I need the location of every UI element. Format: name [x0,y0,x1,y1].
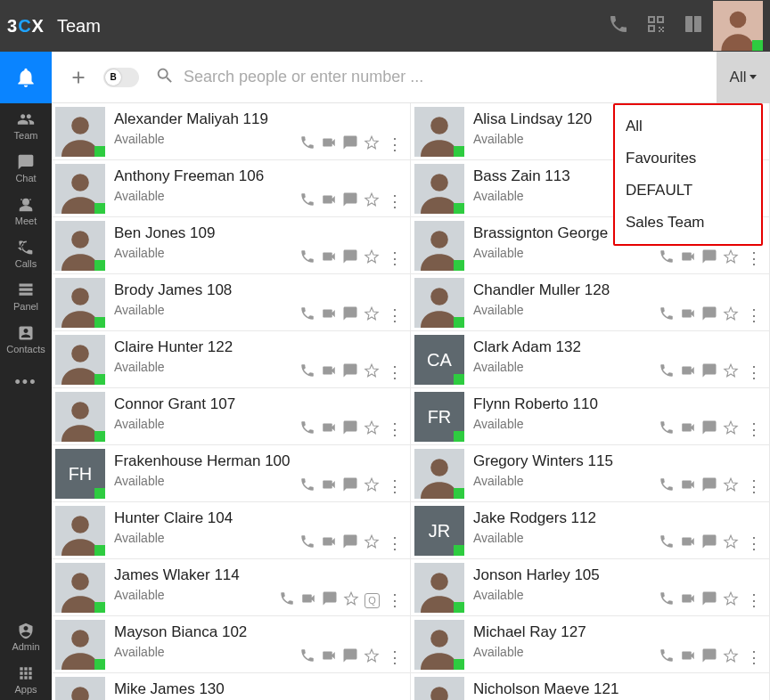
call-icon[interactable] [299,362,315,382]
video-icon[interactable] [680,590,696,610]
star-icon[interactable] [364,248,380,268]
more-icon[interactable]: ⋮ [385,592,405,608]
video-icon[interactable] [321,533,337,553]
rail-panel[interactable]: Panel [0,276,52,317]
more-icon[interactable]: ⋮ [385,136,405,152]
call-icon[interactable] [299,305,315,325]
video-icon[interactable] [321,419,337,439]
video-icon[interactable] [680,362,696,382]
star-icon[interactable] [723,419,739,439]
dropdown-item[interactable]: Sales Team [615,207,761,239]
chat-icon[interactable] [701,647,717,667]
dropdown-item[interactable]: DEFAULT [615,175,761,207]
more-icon[interactable]: ⋮ [385,421,405,437]
contact-row[interactable]: JRJake Rodgers 112Available ⋮ [411,502,770,559]
contact-row[interactable]: Hunter Claire 104Available ⋮ [52,502,411,559]
star-icon[interactable] [364,134,380,154]
call-icon[interactable] [659,533,675,553]
video-icon[interactable] [321,647,337,667]
more-icon[interactable]: ⋮ [385,535,405,551]
video-icon[interactable] [321,305,337,325]
rail-contacts[interactable]: Contacts [0,319,52,360]
more-icon[interactable]: ⋮ [385,250,405,266]
video-icon[interactable] [680,647,696,667]
rail-more[interactable]: ••• [0,362,52,403]
rail-apps[interactable]: Apps [0,659,52,700]
chat-icon[interactable] [701,590,717,610]
add-button[interactable] [61,60,96,95]
contact-row[interactable]: Jonson Harley 105Available ⋮ [411,559,770,616]
more-icon[interactable]: ⋮ [744,592,764,608]
more-icon[interactable]: ⋮ [385,307,405,323]
call-icon[interactable] [279,590,295,610]
star-icon[interactable] [364,419,380,439]
call-icon[interactable] [659,305,675,325]
more-icon[interactable]: ⋮ [385,478,405,494]
call-icon[interactable] [659,476,675,496]
call-icon[interactable] [299,419,315,439]
rail-admin[interactable]: Admin [0,616,52,657]
contact-row[interactable]: Mike James 130 [52,673,411,700]
dropdown-item[interactable]: Favourites [615,142,761,175]
rail-chat[interactable]: Chat [0,148,52,189]
filter-dropdown-button[interactable]: All [717,52,770,103]
chat-icon[interactable] [701,419,717,439]
contact-row[interactable]: Brody James 108Available ⋮ [52,274,411,331]
video-icon[interactable] [680,419,696,439]
contact-row[interactable]: Gregory Winters 115Available ⋮ [411,445,770,502]
chat-icon[interactable] [342,305,358,325]
notifications-button[interactable] [0,52,52,103]
dropdown-item[interactable]: All [615,110,761,142]
contact-row[interactable]: Anthony Freeman 106Available ⋮ [52,160,411,217]
more-icon[interactable]: ⋮ [385,193,405,209]
video-icon[interactable] [680,476,696,496]
chat-icon[interactable] [342,362,358,382]
call-icon[interactable] [659,362,675,382]
call-icon[interactable] [299,134,315,154]
contact-row[interactable]: Ben Jones 109Available ⋮ [52,217,411,274]
chat-icon[interactable] [342,647,358,667]
star-icon[interactable] [343,590,359,610]
contact-row[interactable]: Michael Ray 127Available ⋮ [411,616,770,673]
contact-row[interactable]: CAClark Adam 132Available ⋮ [411,331,770,388]
more-icon[interactable]: ⋮ [744,535,764,551]
chat-icon[interactable] [701,533,717,553]
star-icon[interactable] [364,191,380,211]
call-icon[interactable] [299,533,315,553]
contact-row[interactable]: Chandler Muller 128Available ⋮ [411,274,770,331]
star-icon[interactable] [364,362,380,382]
chat-icon[interactable] [701,305,717,325]
more-icon[interactable]: ⋮ [744,421,764,437]
user-avatar[interactable] [713,1,763,51]
search-input[interactable] [184,68,717,86]
chat-icon[interactable] [342,476,358,496]
star-icon[interactable] [723,476,739,496]
video-icon[interactable] [321,476,337,496]
video-icon[interactable] [680,248,696,268]
chat-icon[interactable] [342,533,358,553]
contact-row[interactable]: Alexander Maliyah 119Available ⋮ [52,103,411,160]
video-icon[interactable] [680,533,696,553]
rail-team[interactable]: Team [0,105,52,146]
call-icon[interactable] [299,248,315,268]
star-icon[interactable] [723,590,739,610]
more-icon[interactable]: ⋮ [385,649,405,665]
chat-icon[interactable] [322,590,338,610]
video-icon[interactable] [321,362,337,382]
video-icon[interactable] [321,191,337,211]
contact-row[interactable]: FRFlynn Roberto 110Available ⋮ [411,388,770,445]
star-icon[interactable] [723,305,739,325]
call-icon[interactable] [299,191,315,211]
contact-row[interactable]: James Wlaker 114Available Q⋮ [52,559,411,616]
call-icon[interactable] [299,647,315,667]
call-icon[interactable] [659,647,675,667]
call-icon[interactable] [659,590,675,610]
more-icon[interactable]: ⋮ [744,250,764,266]
contact-row[interactable]: Connor Grant 107Available ⋮ [52,388,411,445]
chat-icon[interactable] [701,362,717,382]
contact-row[interactable]: Claire Hunter 122Available ⋮ [52,331,411,388]
chat-icon[interactable] [342,248,358,268]
video-icon[interactable] [321,248,337,268]
star-icon[interactable] [364,647,380,667]
star-icon[interactable] [364,533,380,553]
